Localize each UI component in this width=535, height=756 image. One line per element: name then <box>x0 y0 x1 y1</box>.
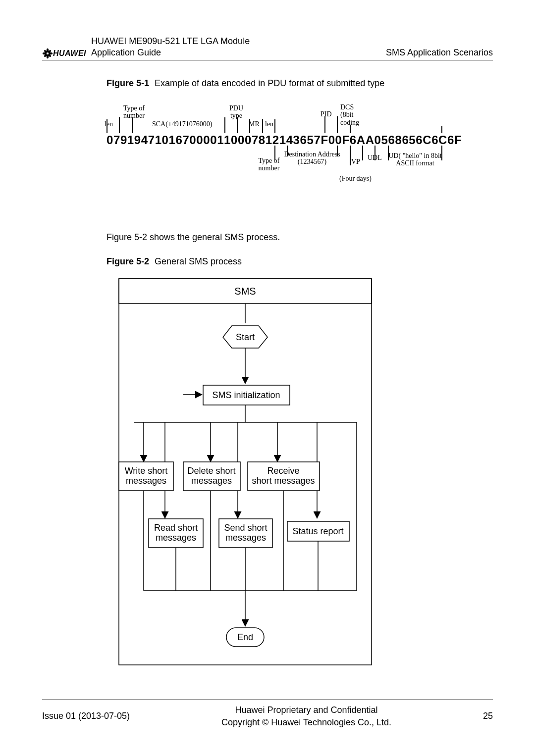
figure-1-caption: Figure 5-1 Example of data encoded in PD… <box>107 78 493 89</box>
node-status: Status report <box>287 521 349 541</box>
doc-subtitle: Application Guide <box>91 47 250 58</box>
figure-1-text: Example of data encoded in PDU format of… <box>155 78 384 88</box>
pdu-label-pid: PID <box>321 110 332 118</box>
huawei-petal-icon <box>42 48 53 59</box>
logo-text: HUAWEI <box>53 49 86 58</box>
pdu-label-type-of-number: Type ofnumber <box>120 104 148 120</box>
node-write: Write shortmessages <box>119 462 173 491</box>
huawei-logo: HUAWEI <box>42 48 86 59</box>
page-footer: Issue 01 (2013-07-05) Huawei Proprietary… <box>42 700 493 728</box>
pdu-label-pdu-type: PDUtype <box>227 104 245 120</box>
svg-text:Status report: Status report <box>292 526 343 536</box>
svg-text:Read shortmessages: Read shortmessages <box>154 523 198 543</box>
svg-text:Write shortmessages: Write shortmessages <box>125 466 168 486</box>
page: HUAWEI HUAWEI ME909u-521 LTE LGA Module … <box>0 0 535 756</box>
figure-2-caption: Figure 5-2 General SMS process <box>107 256 493 267</box>
pdu-label-four-days: (Four days) <box>339 175 372 182</box>
node-init: SMS initialization <box>203 385 290 405</box>
figure-2-number: Figure 5-2 <box>107 256 149 266</box>
pdu-label-mr: MR <box>249 120 260 128</box>
pdu-hex-string: 0791947101670000110007812143657F00F6AA05… <box>107 133 462 147</box>
svg-text:End: End <box>237 632 253 642</box>
footer-confidential: Huawei Proprietary and Confidential <box>221 704 391 716</box>
node-read: Read shortmessages <box>149 519 203 548</box>
node-end: End <box>226 628 264 647</box>
header-titles: HUAWEI ME909u-521 LTE LGA Module Applica… <box>91 36 250 58</box>
doc-title: HUAWEI ME909u-521 LTE LGA Module <box>91 36 250 47</box>
content: Figure 5-1 Example of data encoded in PD… <box>42 60 493 670</box>
pdu-label-sca: SCA(+49171076000) <box>152 120 212 128</box>
node-send: Send shortmessages <box>219 519 272 548</box>
section-title: SMS Application Scenarios <box>386 48 493 58</box>
node-receive: Receiveshort messages <box>248 462 320 491</box>
intro-paragraph: Figure 5-2 shows the general SMS process… <box>107 232 493 243</box>
flow-title: SMS <box>234 286 256 297</box>
page-header: HUAWEI HUAWEI ME909u-521 LTE LGA Module … <box>42 36 493 60</box>
pdu-label-dest-addr: Destination Address(1234567) <box>282 151 342 166</box>
pdu-diagram: len Type ofnumber SCA(+49171076000) PDUt… <box>107 96 443 195</box>
svg-text:SMS initialization: SMS initialization <box>212 390 280 400</box>
header-left: HUAWEI HUAWEI ME909u-521 LTE LGA Module … <box>42 36 250 58</box>
pdu-label-len2: len <box>265 120 273 128</box>
footer-copyright: Copyright © Huawei Technologies Co., Ltd… <box>221 716 391 728</box>
pdu-label-vp: VP <box>351 158 360 165</box>
svg-text:Delete shortmessages: Delete shortmessages <box>187 466 235 486</box>
footer-center: Huawei Proprietary and Confidential Copy… <box>221 704 391 728</box>
figure-1-number: Figure 5-1 <box>107 78 149 88</box>
pdu-label-type-of-number2: Type ofnumber <box>257 157 281 172</box>
svg-text:Send shortmessages: Send shortmessages <box>224 523 267 543</box>
figure-2-text: General SMS process <box>155 256 242 266</box>
node-start: Start <box>223 326 268 348</box>
svg-text:Start: Start <box>236 332 255 342</box>
pdu-label-dcs: DCS(8bitcoding <box>340 103 362 126</box>
pdu-label-ud: UD( "hello" in 8bitASCII format <box>388 152 442 167</box>
page-number: 25 <box>483 711 493 721</box>
flowchart-svg: SMS Start SMS initialization <box>109 274 386 670</box>
pdu-label-len: len <box>105 120 113 128</box>
flowchart: SMS Start SMS initialization <box>109 274 386 670</box>
footer-issue: Issue 01 (2013-07-05) <box>42 711 130 721</box>
node-delete: Delete shortmessages <box>183 462 240 491</box>
